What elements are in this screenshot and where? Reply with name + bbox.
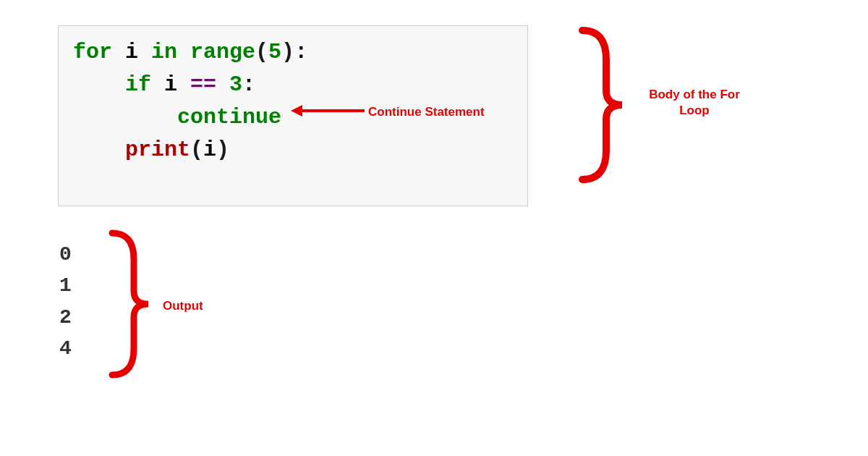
annotation-continue-statement: Continue Statement [368, 104, 485, 120]
code-line-4: print(i) [73, 134, 513, 166]
keyword-continue: continue [177, 105, 281, 130]
paren-close: ) [216, 138, 229, 162]
arrow-line [301, 109, 365, 112]
code-line-2: if i == 3: [73, 69, 513, 101]
colon: : [242, 72, 255, 97]
variable-i: i [151, 72, 190, 97]
variable-i: i [203, 138, 216, 162]
output-block: 0 1 2 4 [59, 239, 72, 365]
builtin-print: print [125, 138, 190, 162]
keyword-if: if [125, 72, 151, 97]
code-line-1: for i in range(5): [73, 36, 513, 69]
brace-small-icon [101, 224, 156, 384]
output-line: 1 [59, 270, 72, 301]
paren-close: ) [281, 40, 294, 64]
operator-eq: == [190, 72, 216, 97]
annotation-body-label: Body of the For Loop [640, 87, 749, 119]
number-5: 5 [268, 40, 281, 64]
annotation-output-label: Output [163, 298, 203, 314]
paren-open: ( [190, 138, 203, 162]
output-line: 0 [59, 239, 72, 270]
keyword-for: for [73, 40, 112, 64]
brace-large-icon [571, 22, 629, 188]
colon: : [294, 40, 307, 64]
number-3: 3 [229, 72, 242, 97]
variable-i: i [112, 40, 151, 64]
paren-open: ( [255, 40, 268, 64]
keyword-in: in [151, 40, 177, 64]
output-line: 2 [59, 302, 72, 333]
output-line: 4 [59, 333, 72, 364]
builtin-range: range [190, 40, 255, 64]
